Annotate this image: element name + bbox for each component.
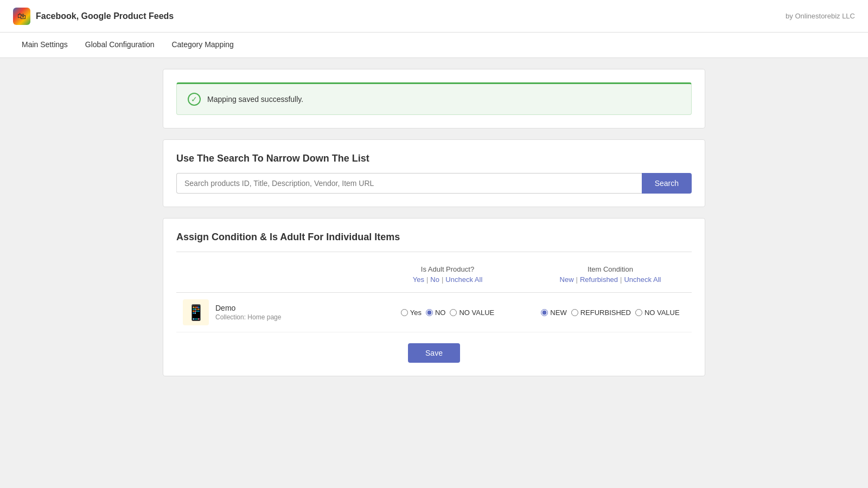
product-details: Demo Collection: Home page <box>215 304 281 321</box>
col-header-product <box>176 261 366 293</box>
search-input[interactable] <box>176 173 642 194</box>
search-row: Search <box>176 173 692 194</box>
adult-no-option[interactable]: NO <box>426 309 446 317</box>
assign-divider <box>176 252 692 252</box>
condition-novalue-radio[interactable] <box>635 309 642 316</box>
table-row: 📱 Demo Collection: Home page <box>176 293 692 332</box>
condition-novalue-option[interactable]: NO VALUE <box>635 309 680 317</box>
product-cell: 📱 Demo Collection: Home page <box>176 293 366 332</box>
adult-quick-links: Yes | No | Uncheck All <box>373 273 522 288</box>
main-content: ✓ Mapping saved successfully. Use The Se… <box>163 58 705 398</box>
condition-options-cell: NEW REFURBISHED NO VALUE <box>529 293 692 332</box>
product-info: 📱 Demo Collection: Home page <box>183 299 360 325</box>
product-thumbnail: 📱 <box>183 299 209 325</box>
condition-quick-links: New | Refurbished | Uncheck All <box>535 273 685 288</box>
nav-main-settings[interactable]: Main Settings <box>13 33 76 57</box>
condition-new-radio[interactable] <box>541 309 548 316</box>
col-header-adult: Is Adult Product? Yes | No | Uncheck All <box>366 261 529 293</box>
product-collection: Collection: Home page <box>215 313 281 321</box>
assign-table: Is Adult Product? Yes | No | Uncheck All… <box>176 261 692 332</box>
adult-options-cell: Yes NO NO VALUE <box>366 293 529 332</box>
nav-global-config[interactable]: Global Configuration <box>76 33 163 57</box>
app-header: 🛍 Facebook, Google Product Feeds by Onli… <box>0 0 868 33</box>
success-card: ✓ Mapping saved successfully. <box>163 69 705 129</box>
product-name: Demo <box>215 304 281 312</box>
assign-card: Assign Condition & Is Adult For Individu… <box>163 218 705 376</box>
search-button[interactable]: Search <box>642 173 692 194</box>
adult-no-link[interactable]: No <box>430 275 439 284</box>
adult-radio-group: Yes NO NO VALUE <box>373 309 522 317</box>
save-button[interactable]: Save <box>408 343 460 363</box>
adult-yes-option[interactable]: Yes <box>401 309 422 317</box>
success-message: Mapping saved successfully. <box>207 95 303 104</box>
condition-new-link[interactable]: New <box>560 275 574 284</box>
adult-no-radio[interactable] <box>426 309 433 316</box>
adult-uncheck-all-link[interactable]: Uncheck All <box>445 275 482 284</box>
condition-refurbished-radio[interactable] <box>571 309 578 316</box>
nav-category-mapping[interactable]: Category Mapping <box>163 33 242 57</box>
save-row: Save <box>176 343 692 363</box>
col-header-condition: Item Condition New | Refurbished | Unche… <box>529 261 692 293</box>
condition-refurbished-link[interactable]: Refurbished <box>580 275 618 284</box>
condition-refurbished-option[interactable]: REFURBISHED <box>571 309 631 317</box>
main-nav: Main Settings Global Configuration Categ… <box>0 33 868 58</box>
success-banner: ✓ Mapping saved successfully. <box>176 82 692 115</box>
condition-uncheck-all-link[interactable]: Uncheck All <box>624 275 661 284</box>
app-title: Facebook, Google Product Feeds <box>36 11 174 21</box>
adult-yes-link[interactable]: Yes <box>413 275 424 284</box>
adult-yes-radio[interactable] <box>401 309 408 316</box>
condition-radio-group: NEW REFURBISHED NO VALUE <box>535 309 685 317</box>
success-icon: ✓ <box>188 93 201 106</box>
product-thumb-img: 📱 <box>183 299 209 325</box>
app-byline: by Onlinestorebiz LLC <box>786 12 855 20</box>
assign-section-title: Assign Condition & Is Adult For Individu… <box>176 232 692 243</box>
condition-new-option[interactable]: NEW <box>541 309 566 317</box>
search-card: Use The Search To Narrow Down The List S… <box>163 139 705 207</box>
app-logo-icon: 🛍 <box>13 8 30 25</box>
adult-novalue-option[interactable]: NO VALUE <box>450 309 494 317</box>
search-section-title: Use The Search To Narrow Down The List <box>176 153 692 164</box>
app-header-left: 🛍 Facebook, Google Product Feeds <box>13 8 174 25</box>
adult-novalue-radio[interactable] <box>450 309 457 316</box>
